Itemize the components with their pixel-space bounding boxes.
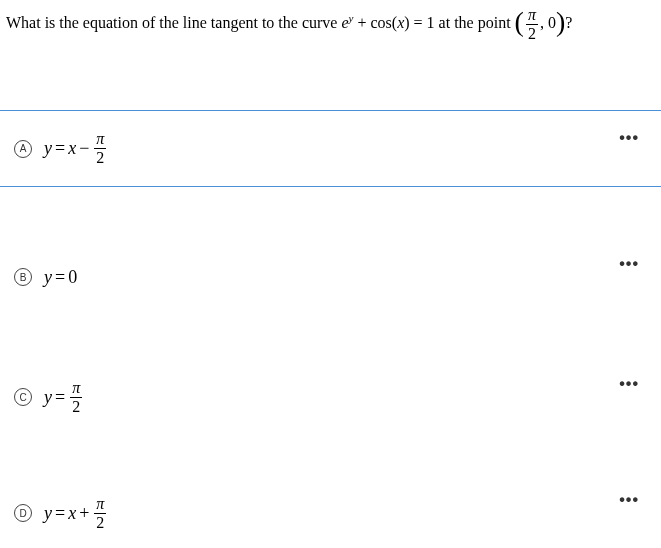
option-c-letter: C — [14, 388, 32, 406]
option-d-equation: y = x + π 2 — [44, 496, 108, 531]
curve-equation: ey + cos(x) = 1 — [341, 14, 438, 31]
point: ( π 2 , 0) — [515, 14, 566, 31]
option-a-fraction: π 2 — [94, 131, 106, 166]
options-list: A y = x − π 2 ••• B y = 0 ••• C y = π — [0, 110, 661, 543]
option-c[interactable]: C y = π 2 ••• — [0, 367, 661, 427]
option-a-equation: y = x − π 2 — [44, 131, 108, 166]
option-d-fraction: π 2 — [94, 496, 106, 531]
question-prefix: What is the equation of the line tangent… — [6, 14, 341, 31]
question-mark: ? — [565, 14, 572, 31]
option-b-equation: y = 0 — [44, 267, 77, 288]
more-icon[interactable]: ••• — [619, 491, 639, 509]
option-b-letter: B — [14, 268, 32, 286]
more-icon[interactable]: ••• — [619, 255, 639, 273]
option-d[interactable]: D y = x + π 2 ••• — [0, 483, 661, 543]
option-a-letter: A — [14, 140, 32, 158]
option-c-fraction: π 2 — [70, 380, 82, 415]
more-icon[interactable]: ••• — [619, 129, 639, 147]
option-c-equation: y = π 2 — [44, 380, 84, 415]
option-d-letter: D — [14, 504, 32, 522]
option-a[interactable]: A y = x − π 2 ••• — [0, 110, 661, 187]
option-b[interactable]: B y = 0 ••• — [0, 247, 661, 307]
question-mid: at the point — [439, 14, 515, 31]
point-fraction: π 2 — [526, 7, 538, 42]
more-icon[interactable]: ••• — [619, 375, 639, 393]
question-text: What is the equation of the line tangent… — [0, 0, 661, 42]
